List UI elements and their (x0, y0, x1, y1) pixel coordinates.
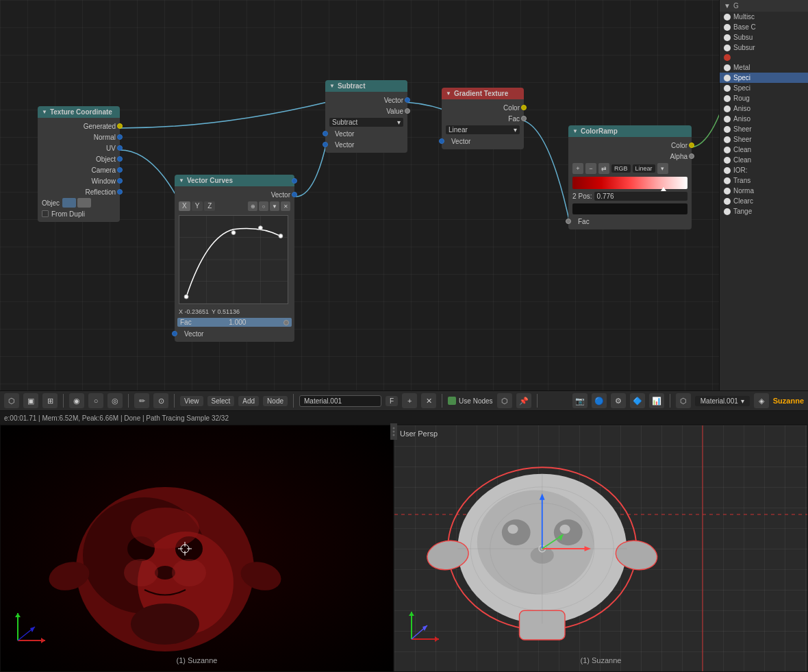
use-nodes-row[interactable]: Use Nodes (448, 397, 492, 405)
panel-item-red[interactable] (720, 53, 808, 62)
tab-x[interactable]: X (179, 201, 190, 211)
node-tree-icon[interactable]: ⬡ (497, 393, 512, 408)
panel-item-basec[interactable]: Base C (720, 22, 808, 32)
socket-fac-cr-in[interactable] (566, 219, 571, 224)
socket-normal[interactable] (117, 134, 123, 140)
socket-vector-gt-in[interactable] (439, 138, 444, 144)
socket-object[interactable] (117, 156, 123, 162)
panel-item-tange[interactable]: Tange (720, 206, 808, 216)
panel-item-aniso1[interactable]: Aniso (720, 103, 808, 114)
panel-item-clean1[interactable]: Clean (720, 145, 808, 155)
panel-item-metal[interactable]: Metal (720, 62, 808, 73)
panel-item-ior[interactable]: IOR: (720, 165, 808, 175)
pen-icon[interactable]: ✏ (134, 393, 149, 408)
select-btn[interactable]: Select (207, 396, 235, 406)
curve-zoom-icon[interactable]: ⊕ (248, 201, 257, 211)
node-editor[interactable]: ▼ Texture Coordinate Generated Normal UV… (0, 0, 774, 390)
view-btn[interactable]: View (180, 396, 203, 406)
texture-coordinate-node[interactable]: ▼ Texture Coordinate Generated Normal UV… (38, 106, 120, 222)
subtract-dropdown[interactable]: Subtract ▾ (329, 118, 403, 127)
bottom-right-viewport[interactable]: User Persp (394, 425, 808, 672)
socket-fac-in[interactable] (283, 320, 289, 325)
gradient-texture-node[interactable]: ▼ Gradient Texture Color Fac Linear ▾ Ve… (442, 88, 524, 149)
collapse-triangle[interactable]: ▼ (42, 109, 47, 115)
fac-row[interactable]: Fac 1.000 (177, 318, 292, 327)
circle-icon[interactable]: ⊙ (153, 393, 168, 408)
material-name-input[interactable] (299, 395, 381, 407)
socket-uv[interactable] (117, 145, 123, 151)
flip-btn[interactable]: ⇄ (598, 163, 609, 174)
panel-item-subsur[interactable]: Subsur (720, 42, 808, 53)
subtract-node[interactable]: ▼ Subtract Vector Value Subtract ▾ Vecto… (325, 80, 407, 153)
socket-generated[interactable] (117, 123, 123, 129)
use-nodes-checkbox[interactable] (448, 397, 456, 405)
colorramp-node[interactable]: ▼ ColorRamp Color Alpha + − ⇄ RGB Linear… (568, 125, 692, 229)
render-icon-5[interactable]: 📊 (649, 393, 664, 408)
socket-vector-sub-out[interactable] (405, 97, 410, 103)
tab-y[interactable]: Y (192, 201, 203, 211)
panel-item-subsu[interactable]: Subsu (720, 32, 808, 42)
panel-item-clearc[interactable]: Clearc (720, 196, 808, 206)
socket-fac-gt-out[interactable] (521, 116, 527, 121)
linear-mode[interactable]: Linear (633, 164, 655, 173)
view3d-icon[interactable]: ⬡ (676, 393, 691, 408)
socket-vc-output[interactable] (292, 178, 297, 184)
socket-vector1-in[interactable] (323, 131, 328, 136)
curve-menu-icon[interactable]: ▼ (270, 201, 279, 211)
material-selector[interactable]: Material.001 ▾ (695, 396, 750, 406)
shader-icon[interactable]: ◈ (754, 393, 769, 408)
render-icon-2[interactable]: 🔵 (592, 393, 607, 408)
add-stop-btn[interactable]: + (572, 163, 583, 174)
lamp-icon[interactable]: ◎ (108, 393, 123, 408)
render-icon-3[interactable]: ⚙ (611, 393, 626, 408)
rgb-mode[interactable]: RGB (611, 164, 631, 173)
from-dupli-checkbox[interactable] (42, 210, 49, 217)
vector-curves-node[interactable]: ▼ Vector Curves Vector X Y Z ⊕ ○ ▼ ✕ (175, 175, 294, 342)
pin-icon[interactable]: 📌 (516, 393, 531, 408)
panel-item-trans[interactable]: Trans (720, 175, 808, 186)
object-icon[interactable] (62, 198, 76, 208)
add-btn[interactable]: Add (238, 396, 259, 406)
curve-reset-icon[interactable]: ○ (259, 201, 268, 211)
render-icon-1[interactable]: 📷 (572, 393, 588, 408)
collapse-triangle-gt[interactable]: ▼ (446, 90, 451, 97)
texture-icon[interactable]: ⊞ (42, 393, 58, 408)
socket-color-gt-out[interactable] (521, 105, 527, 110)
add-material-btn[interactable]: + (402, 393, 417, 408)
socket-value-sub-out[interactable] (405, 108, 410, 114)
panel-item-speci1[interactable]: Speci (720, 73, 808, 83)
ramp-marker[interactable] (661, 187, 666, 191)
collapse-triangle-cr[interactable]: ▼ (572, 128, 578, 134)
tab-z[interactable]: Z (204, 201, 215, 211)
panel-item-sheer1[interactable]: Sheer (720, 124, 808, 134)
pos-value-field[interactable]: 0.776 (594, 192, 687, 201)
material-icon[interactable]: ◉ (69, 393, 84, 408)
collapse-triangle-sub[interactable]: ▼ (329, 83, 335, 89)
socket-vector-in[interactable] (172, 331, 177, 336)
collapse-triangle-vc[interactable]: ▼ (179, 177, 184, 184)
interp-btn[interactable]: ▾ (657, 163, 668, 174)
socket-vector-out[interactable] (292, 192, 297, 197)
panel-item-multisc[interactable]: Multisc (720, 12, 808, 22)
panel-item-roug[interactable]: Roug (720, 93, 808, 103)
panel-resize-handle[interactable] (390, 423, 397, 440)
gradient-dropdown[interactable]: Linear ▾ (446, 125, 520, 134)
node-btn[interactable]: Node (263, 396, 288, 406)
socket-reflection[interactable] (117, 189, 123, 195)
socket-alpha-cr-out[interactable] (689, 153, 694, 159)
bottom-left-viewport[interactable]: (1) Suzanne (0, 425, 394, 672)
panel-item-clean2[interactable]: Clean (720, 155, 808, 165)
colorramp-bar[interactable] (572, 177, 687, 189)
compositor-icon[interactable]: ▣ (23, 393, 38, 408)
socket-color-cr-out[interactable] (689, 142, 694, 148)
socket-window[interactable] (117, 178, 123, 184)
panel-item-aniso2[interactable]: Aniso (720, 114, 808, 124)
curve-close-icon[interactable]: ✕ (281, 201, 290, 211)
panel-item-speci2[interactable]: Speci (720, 83, 808, 93)
socket-camera[interactable] (117, 167, 123, 173)
object-select[interactable] (77, 198, 91, 208)
world-icon[interactable]: ○ (88, 393, 103, 408)
panel-item-norma[interactable]: Norma (720, 186, 808, 196)
delete-material-btn[interactable]: ✕ (421, 393, 436, 408)
f-btn[interactable]: F (386, 396, 398, 406)
